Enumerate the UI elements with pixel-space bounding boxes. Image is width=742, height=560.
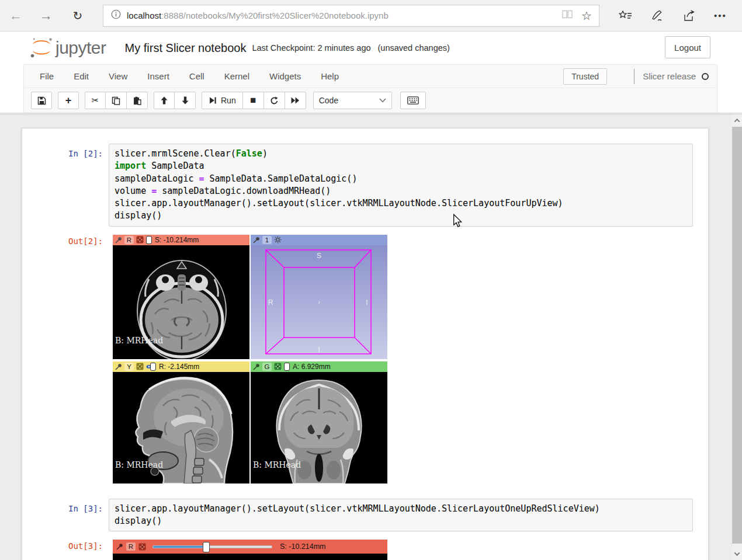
axis-label-superior: S [317, 252, 321, 260]
command-palette-button[interactable] [400, 92, 426, 109]
slice-slider-handle [150, 363, 156, 371]
divider [634, 69, 634, 84]
notebook-document: In [2]: slicer.mrmlScene.Clear(False)imp… [22, 128, 709, 560]
interrupt-kernel-button[interactable]: ■ [243, 92, 264, 109]
axis-label-inferior-r: I [366, 298, 367, 307]
threed-render-area: S R I I › [251, 245, 387, 359]
axis-label-right: R [268, 298, 273, 307]
code-editor[interactable]: slicer.app.layoutManager().setLayout(sli… [109, 499, 693, 532]
web-note-pen-icon[interactable] [642, 6, 673, 26]
kernel-status-icon [702, 73, 709, 80]
sagittal-mri-image: B: MRHead [113, 372, 249, 484]
volume-name-overlay: B: MRHead [115, 460, 163, 469]
green-slice-header: G A: 6.929mm [251, 361, 387, 372]
notebook-chrome: File Edit View Insert Cell Kernel Widget… [23, 64, 717, 113]
menu-help[interactable]: Help [311, 71, 349, 81]
code-text: slicer.mrmlScene.Clear(False)import Samp… [115, 148, 687, 222]
unsaved-changes-status: (unsaved changes) [378, 43, 450, 53]
red-slice-view: R S: -10.214mm [113, 235, 249, 359]
menu-file[interactable]: File [30, 71, 64, 81]
address-bar[interactable]: localhost:8888/notebooks/My%20first%20Sl… [103, 5, 599, 27]
pin-icon [253, 236, 260, 244]
menu-cell[interactable]: Cell [179, 71, 214, 81]
red-slice-header: R S: -10.214mm [113, 235, 249, 245]
logout-button[interactable]: Logout [665, 36, 710, 58]
share-icon[interactable] [673, 6, 705, 26]
move-cell-up-button[interactable] [154, 92, 175, 109]
pin-icon [115, 236, 122, 244]
trusted-badge[interactable]: Trusted [563, 68, 607, 85]
code-cell-2[interactable]: In [2]: slicer.mrmlScene.Clear(False)imp… [22, 140, 708, 230]
view-label-badge: Y [124, 363, 134, 371]
kernel-name: Slicer release [643, 71, 696, 81]
menu-widgets[interactable]: Widgets [259, 71, 311, 81]
scroll-down-arrow[interactable] [732, 548, 742, 559]
pin-icon [253, 363, 260, 370]
threed-view: 1 [251, 235, 387, 359]
volume-name-overlay: B: MRHead [253, 460, 301, 469]
red-slice-controller-bar: R S: -10.214mm [113, 540, 387, 554]
slicer-fourup-view: R S: -10.214mm [113, 235, 387, 484]
jupyter-logo[interactable]: jupyter [29, 36, 106, 60]
slice-offset-readout: R: -2.145mm [159, 363, 199, 371]
output-prompt: Out[2]: [22, 235, 109, 486]
vertical-scrollbar[interactable] [732, 114, 742, 560]
scrollbar-thumb[interactable] [732, 127, 742, 544]
header-divider [0, 113, 742, 116]
code-editor[interactable]: slicer.mrmlScene.Clear(False)import Samp… [109, 144, 693, 227]
view-label-badge: R [126, 542, 136, 551]
code-cell-3[interactable]: In [3]: slicer.app.layoutManager().setLa… [22, 495, 708, 535]
browser-toolbar: ← → ↻ localhost:8888/notebooks/My%20firs… [0, 0, 742, 32]
site-info-icon[interactable] [111, 9, 121, 22]
browser-refresh-icon[interactable]: ↻ [69, 9, 86, 23]
slice-slider-handle [284, 363, 290, 371]
url-path: :8888/notebooks/My%20first%20Slicer%20no… [161, 11, 389, 20]
jupyter-logo-text: jupyter [56, 38, 106, 58]
restart-run-all-button[interactable] [285, 92, 306, 109]
reading-view-icon[interactable] [561, 9, 573, 22]
browser-forward-icon[interactable]: → [37, 8, 55, 23]
more-actions-icon[interactable]: ••• [705, 6, 736, 26]
run-button-label: Run [221, 96, 236, 105]
save-button[interactable] [31, 92, 52, 109]
output-content: R S: -10.214mm [109, 540, 387, 560]
pin-icon [116, 543, 123, 550]
favorites-hub-icon[interactable] [610, 6, 642, 26]
browser-actions: ••• [610, 6, 736, 26]
cut-cell-button[interactable]: ✂ [85, 92, 106, 109]
input-prompt: In [2]: [22, 144, 109, 227]
copy-cell-button[interactable] [106, 92, 127, 109]
notebook-title[interactable]: My first Slicer notebook [125, 41, 247, 55]
paste-cell-button[interactable] [127, 92, 148, 109]
axis-label-center: › [318, 298, 320, 305]
run-button[interactable]: Run [202, 92, 243, 109]
crosshair-icon [136, 236, 144, 244]
scroll-up-arrow[interactable] [732, 115, 742, 126]
add-cell-button[interactable]: + [58, 92, 79, 109]
favorite-star-icon[interactable]: ☆ [581, 9, 592, 23]
cell-type-select[interactable]: Code [313, 92, 392, 109]
menu-edit[interactable]: Edit [64, 71, 99, 81]
url-text[interactable]: localhost:8888/notebooks/My%20first%20Sl… [127, 11, 561, 20]
menu-insert[interactable]: Insert [137, 71, 179, 81]
move-cell-down-button[interactable] [175, 92, 196, 109]
menubar-right: Trusted Slicer release [563, 68, 709, 85]
slice-offset-slider [152, 545, 272, 548]
green-slice-view: G A: 6.929mm [251, 361, 387, 484]
browser-back-icon[interactable]: ← [7, 8, 25, 23]
notebook-scroll-area[interactable]: In [2]: slicer.mrmlScene.Clear(False)imp… [0, 114, 732, 560]
slice-offset-readout: S: -10.214mm [280, 542, 326, 551]
menu-view[interactable]: View [99, 71, 137, 81]
volume-name-overlay: B: MRHead [115, 336, 163, 345]
output-cell-3: Out[3]: R S: -10.214mm [22, 540, 708, 560]
view-label-badge: G [262, 363, 272, 371]
axis-label-inferior-b: I [318, 346, 320, 354]
output-prompt: Out[3]: [22, 540, 109, 560]
view-label-badge: R [124, 236, 134, 244]
menu-kernel[interactable]: Kernel [214, 71, 259, 81]
restart-kernel-button[interactable] [264, 92, 285, 109]
red-slice-image-clipped [113, 554, 387, 560]
axial-mri-image: B: MRHead [113, 245, 249, 359]
coronal-mri-image: B: MRHead [251, 372, 387, 484]
threed-view-header: 1 [251, 235, 387, 245]
